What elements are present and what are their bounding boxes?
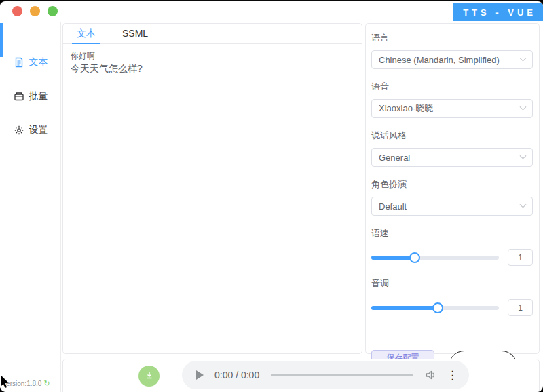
app-window: TTS - VUE 文本 批量 设置 Version:1.8.0 ↻ [0, 0, 543, 392]
refresh-icon[interactable]: ↻ [43, 379, 50, 388]
editor-tabs: 文本 SSML [63, 24, 362, 44]
language-label: 语言 [371, 32, 533, 44]
pitch-slider[interactable] [371, 306, 499, 310]
language-value: Chinese (Mandarin, Simplified) [379, 55, 521, 65]
mouse-cursor [0, 375, 10, 392]
app-title-badge: TTS - VUE [453, 3, 543, 21]
language-group: 语言 Chinese (Mandarin, Simplified) [371, 32, 533, 69]
player-menu-icon[interactable]: ⋮ [447, 370, 458, 381]
rate-label: 语速 [371, 227, 533, 239]
editor-card: 文本 SSML 你好啊 今天天气怎么样? [62, 23, 362, 354]
settings-card: 语言 Chinese (Mandarin, Simplified) 语音 Xia… [365, 23, 540, 354]
style-value: General [379, 153, 521, 163]
gear-icon [14, 125, 24, 136]
sidebar-item-label: 设置 [29, 124, 48, 136]
voice-value: Xiaoxiao-晓晓 [379, 102, 521, 115]
rate-slider-fill [371, 256, 415, 260]
play-button[interactable] [196, 370, 204, 380]
sidebar: 文本 批量 设置 Version:1.8.0 ↻ [0, 22, 61, 392]
document-icon [14, 57, 24, 68]
maximize-button[interactable] [48, 6, 58, 16]
tab-text[interactable]: 文本 [72, 24, 100, 44]
role-value: Default [379, 201, 521, 212]
style-group: 说话风格 General [371, 130, 533, 167]
seek-bar[interactable] [271, 374, 413, 376]
voice-select[interactable]: Xiaoxiao-晓晓 [371, 99, 533, 118]
pitch-slider-fill [371, 306, 438, 310]
style-select[interactable]: General [371, 148, 533, 167]
sidebar-item-settings[interactable]: 设置 [0, 120, 61, 140]
role-group: 角色扮演 Default [371, 178, 533, 216]
title-bar: TTS - VUE [0, 1, 543, 22]
chevron-down-icon [520, 152, 527, 159]
sidebar-item-batch[interactable]: 批量 [0, 86, 61, 106]
minimize-button[interactable] [30, 6, 40, 16]
sidebar-item-text[interactable]: 文本 [0, 52, 61, 73]
batch-icon [14, 91, 24, 102]
player-time: 0:00 / 0:00 [214, 370, 259, 380]
sidebar-item-label: 批量 [29, 90, 48, 102]
download-button[interactable] [138, 366, 160, 387]
audio-player: 0:00 / 0:00 ⋮ [182, 361, 469, 389]
pitch-group: 音调 1 [371, 277, 533, 316]
download-icon [145, 371, 153, 381]
pitch-value-input[interactable]: 1 [508, 299, 533, 316]
text-line: 今天天气怎么样? [71, 62, 354, 75]
text-input-area[interactable]: 你好啊 今天天气怎么样? [63, 44, 362, 353]
tab-ssml[interactable]: SSML [118, 24, 152, 44]
volume-icon[interactable] [425, 370, 438, 380]
rate-slider[interactable] [371, 256, 499, 260]
text-line: 你好啊 [71, 50, 354, 62]
player-card: 0:00 / 0:00 ⋮ [62, 359, 540, 392]
sidebar-item-label: 文本 [29, 56, 48, 68]
pitch-slider-thumb[interactable] [432, 302, 443, 313]
chevron-down-icon [520, 201, 527, 208]
language-select[interactable]: Chinese (Mandarin, Simplified) [371, 50, 533, 69]
rate-slider-thumb[interactable] [409, 252, 420, 263]
chevron-down-icon [520, 54, 527, 61]
rate-group: 语速 1 [371, 227, 533, 266]
rate-value-input[interactable]: 1 [508, 249, 533, 266]
style-label: 说话风格 [371, 130, 533, 142]
pitch-label: 音调 [371, 277, 533, 290]
close-button[interactable] [12, 6, 22, 16]
role-label: 角色扮演 [371, 178, 533, 191]
voice-label: 语音 [371, 81, 533, 93]
chevron-down-icon [520, 103, 527, 110]
voice-group: 语音 Xiaoxiao-晓晓 [371, 81, 533, 118]
role-select[interactable]: Default [371, 197, 533, 216]
